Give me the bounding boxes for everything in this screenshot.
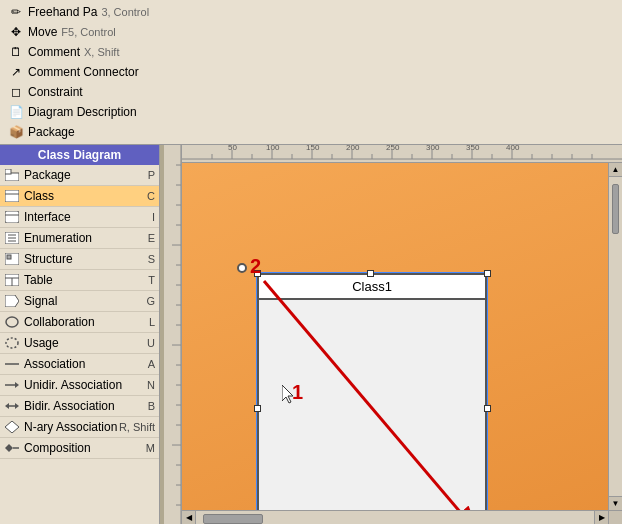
sidebar-item-table-label: Table	[24, 273, 148, 287]
sidebar-item-collaboration-label: Collaboration	[24, 315, 149, 329]
origin-marker	[237, 263, 247, 273]
struct-icon	[4, 251, 20, 267]
toolbar-row-3: 🗒 Comment X, Shift	[4, 42, 618, 62]
sidebar-item-unidir-assoc[interactable]: Unidir. Association N	[0, 375, 159, 396]
svg-marker-22	[5, 403, 9, 409]
package-toolbar-item[interactable]: 📦 Package	[4, 123, 104, 141]
sidebar-item-enumeration-label: Enumeration	[24, 231, 148, 245]
svg-text:300: 300	[426, 145, 440, 152]
right-scrollbar[interactable]: ▲ ▼	[608, 163, 622, 510]
collab-icon	[4, 314, 20, 330]
sidebar-item-composition-label: Composition	[24, 441, 146, 455]
package-toolbar-icon: 📦	[8, 124, 24, 140]
freehand-toolbar-item[interactable]: ✏ Freehand Pa 3, Control	[4, 3, 153, 21]
sidebar-item-usage[interactable]: Usage U	[0, 333, 159, 354]
svg-marker-23	[15, 403, 19, 409]
scroll-thumb-v[interactable]	[612, 184, 619, 234]
sidebar-item-class-key: C	[147, 190, 155, 202]
scroll-right-button[interactable]: ▶	[594, 511, 608, 524]
toolbar-row-7: 📦 Package	[4, 122, 618, 142]
svg-text:400: 400	[506, 145, 520, 152]
sidebar-item-signal-key: G	[146, 295, 155, 307]
sidebar-item-nary-assoc-label: N-ary Association	[24, 420, 119, 434]
scroll-track-v[interactable]	[609, 177, 622, 496]
sidebar-item-table-key: T	[148, 274, 155, 286]
ruler-top-svg: 50 100 150 200 250	[182, 145, 622, 160]
sidebar-item-collaboration-key: L	[149, 316, 155, 328]
sidebar-item-table[interactable]: Table T	[0, 270, 159, 291]
assoc-icon	[4, 356, 20, 372]
scroll-track-h[interactable]	[196, 511, 594, 524]
sidebar-section-header: Class Diagram	[0, 145, 159, 165]
toolbar-row-6: 📄 Diagram Description	[4, 102, 618, 122]
handle-mr[interactable]	[484, 405, 491, 412]
comment-icon: 🗒	[8, 44, 24, 60]
scroll-thumb-h[interactable]	[203, 514, 263, 524]
sidebar-item-package[interactable]: Package P	[0, 165, 159, 186]
enum-icon	[4, 230, 20, 246]
canvas-area[interactable]: 2 Class1	[182, 163, 608, 510]
svg-text:100: 100	[266, 145, 280, 152]
mouse-cursor	[282, 385, 298, 408]
comment-connector-label: Comment Connector	[28, 65, 139, 79]
svg-text:50: 50	[228, 145, 237, 152]
constraint-label: Constraint	[28, 85, 83, 99]
svg-point-16	[6, 317, 18, 327]
handle-ml[interactable]	[254, 405, 261, 412]
sidebar-item-class-label: Class	[24, 189, 147, 203]
sidebar-item-composition[interactable]: Composition M	[0, 438, 159, 459]
comment-toolbar-item[interactable]: 🗒 Comment X, Shift	[4, 43, 123, 61]
ruler-top: 50 100 150 200 250	[182, 145, 622, 163]
scroll-up-button[interactable]: ▲	[609, 163, 622, 177]
usage-icon	[4, 335, 20, 351]
sidebar-item-usage-key: U	[147, 337, 155, 349]
toolbar: ✏ Freehand Pa 3, Control ✥ Move F5, Cont…	[0, 0, 622, 145]
sidebar-item-structure[interactable]: Structure S	[0, 249, 159, 270]
sidebar-item-nary-assoc[interactable]: N-ary Association R, Shift	[0, 417, 159, 438]
sidebar-item-bidir-assoc[interactable]: Bidir. Association B	[0, 396, 159, 417]
diagram-desc-label: Diagram Description	[28, 105, 137, 119]
canvas-main: 50 100 150 200 250	[182, 145, 622, 524]
sidebar-item-class[interactable]: Class C	[0, 186, 159, 207]
class-icon	[4, 188, 20, 204]
sidebar-item-interface[interactable]: Interface I	[0, 207, 159, 228]
constraint-toolbar-item[interactable]: ◻ Constraint	[4, 83, 104, 101]
diagram-desc-icon: 📄	[8, 104, 24, 120]
sidebar: Class Diagram Package P Class C	[0, 145, 160, 524]
svg-text:350: 350	[466, 145, 480, 152]
composition-icon	[4, 440, 20, 456]
step-2-label: 2	[250, 255, 261, 278]
freehand-label: Freehand Pa	[28, 5, 97, 19]
nary-icon	[4, 419, 20, 435]
interface-icon	[4, 209, 20, 225]
scroll-down-button[interactable]: ▼	[609, 496, 622, 510]
svg-marker-20	[15, 382, 19, 388]
sidebar-item-association-label: Association	[24, 357, 148, 371]
sidebar-item-interface-label: Interface	[24, 210, 152, 224]
sidebar-item-interface-key: I	[152, 211, 155, 223]
unidir-icon	[4, 377, 20, 393]
move-shortcut: F5, Control	[61, 26, 115, 38]
sidebar-item-package-key: P	[148, 169, 155, 181]
sidebar-item-collaboration[interactable]: Collaboration L	[0, 312, 159, 333]
sidebar-item-structure-key: S	[148, 253, 155, 265]
handle-tr[interactable]	[484, 270, 491, 277]
comment-connector-toolbar-item[interactable]: ↗ Comment Connector	[4, 63, 143, 81]
sidebar-item-nary-assoc-key: R, Shift	[119, 421, 155, 433]
sidebar-item-enumeration[interactable]: Enumeration E	[0, 228, 159, 249]
toolbar-row-1: ✏ Freehand Pa 3, Control	[4, 2, 618, 22]
diagram-desc-toolbar-item[interactable]: 📄 Diagram Description	[4, 103, 141, 121]
sidebar-item-structure-label: Structure	[24, 252, 148, 266]
svg-marker-15	[5, 295, 19, 307]
handle-tc[interactable]	[367, 270, 374, 277]
bidir-icon	[4, 398, 20, 414]
sidebar-item-signal[interactable]: Signal G	[0, 291, 159, 312]
svg-rect-1	[5, 169, 11, 174]
move-toolbar-item[interactable]: ✥ Move F5, Control	[4, 23, 120, 41]
svg-point-17	[6, 338, 18, 348]
comment-label: Comment	[28, 45, 80, 59]
scroll-left-button[interactable]: ◀	[182, 511, 196, 524]
canvas-with-rulers: 50 100 150 200 250	[164, 145, 622, 524]
sidebar-item-association[interactable]: Association A	[0, 354, 159, 375]
freehand-icon: ✏	[8, 4, 24, 20]
